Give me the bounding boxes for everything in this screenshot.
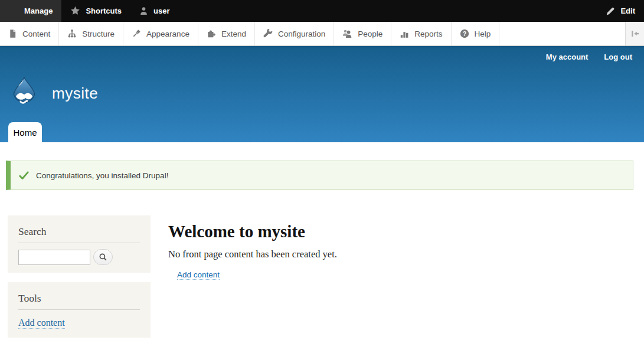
bar-chart-icon — [400, 29, 409, 38]
star-icon — [70, 6, 80, 16]
pencil-icon — [606, 6, 615, 16]
tray-item-appearance[interactable]: Appearance — [123, 22, 198, 45]
add-content-link[interactable]: Add content — [177, 270, 220, 280]
toolbar-tab-user-label: user — [153, 6, 169, 15]
tray-item-content[interactable]: Content — [0, 22, 59, 45]
question-icon: ? — [460, 29, 469, 38]
log-out-link[interactable]: Log out — [604, 53, 632, 61]
admin-tray: Content Structure Appearance Extend Conf… — [0, 22, 644, 46]
people-icon — [342, 29, 352, 38]
tools-block: Tools Add content — [8, 282, 151, 338]
toolbar-tab-user[interactable]: user — [130, 0, 178, 22]
tray-item-reports-label: Reports — [414, 30, 442, 38]
toolbar-tab-manage[interactable]: Manage — [0, 0, 61, 22]
drupal-logo[interactable] — [7, 76, 41, 110]
tray-item-people[interactable]: People — [334, 22, 391, 45]
page-title: Welcome to mysite — [168, 223, 534, 241]
tray-item-help-label: Help — [475, 30, 491, 38]
status-message: Congratulations, you installed Drupal! — [6, 161, 633, 190]
file-icon — [8, 29, 17, 38]
tray-item-extend-label: Extend — [221, 30, 246, 38]
tray-item-people-label: People — [358, 30, 383, 38]
edit-button-label: Edit — [620, 6, 635, 15]
hamburger-icon — [9, 6, 19, 15]
site-name[interactable]: mysite — [52, 84, 98, 103]
toolbar-spacer — [179, 0, 597, 22]
sitemap-icon — [67, 29, 77, 38]
tray-item-extend[interactable]: Extend — [198, 22, 255, 45]
main-content: Welcome to mysite No front page content … — [168, 223, 534, 280]
site-branding: mysite — [7, 76, 98, 110]
tray-item-reports[interactable]: Reports — [391, 22, 451, 45]
tray-item-configuration[interactable]: Configuration — [255, 22, 334, 45]
my-account-link[interactable]: My account — [546, 53, 589, 61]
tray-item-help[interactable]: ? Help — [452, 22, 500, 45]
tab-home[interactable]: Home — [8, 122, 42, 142]
collapse-left-icon — [630, 29, 640, 38]
search-block: Search — [8, 215, 151, 273]
no-content-text: No front page content has been created y… — [168, 248, 534, 260]
wrench-icon — [263, 29, 273, 38]
search-submit-button[interactable] — [93, 249, 113, 265]
tray-item-configuration-label: Configuration — [278, 30, 325, 38]
search-form — [18, 249, 140, 265]
search-input[interactable] — [18, 250, 90, 265]
puzzle-icon — [207, 29, 216, 38]
tab-home-label: Home — [13, 127, 37, 138]
tray-item-content-label: Content — [22, 30, 50, 38]
paintbrush-icon — [132, 29, 141, 38]
toolbar-tab-shortcuts[interactable]: Shortcuts — [61, 0, 130, 22]
tools-block-title: Tools — [18, 292, 140, 310]
admin-toolbar: Manage Shortcuts user Edit — [0, 0, 644, 22]
tools-add-content-link[interactable]: Add content — [18, 318, 65, 329]
search-block-title: Search — [18, 225, 140, 243]
site-header: My account Log out — [0, 46, 644, 142]
tray-item-appearance-label: Appearance — [146, 30, 189, 38]
toolbar-tab-shortcuts-label: Shortcuts — [86, 6, 122, 15]
tray-item-structure-label: Structure — [82, 30, 115, 38]
svg-text:?: ? — [462, 30, 466, 37]
drupal-page: Manage Shortcuts user Edit Co — [0, 0, 644, 363]
toolbar-tab-manage-label: Manage — [24, 6, 53, 15]
secondary-menu: My account Log out — [546, 53, 632, 61]
tray-collapse-button[interactable] — [625, 22, 644, 45]
person-icon — [139, 6, 148, 15]
search-icon — [99, 253, 107, 261]
tray-item-structure[interactable]: Structure — [59, 22, 123, 45]
edit-button[interactable]: Edit — [597, 0, 644, 22]
status-message-text: Congratulations, you installed Drupal! — [36, 171, 168, 180]
checkmark-icon — [19, 171, 29, 180]
